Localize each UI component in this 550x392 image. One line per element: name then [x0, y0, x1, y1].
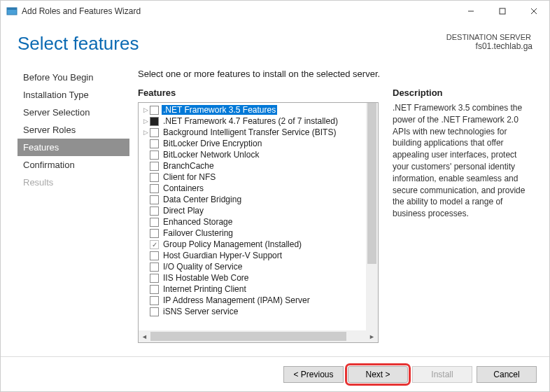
feature-label[interactable]: Client for NFS	[162, 172, 217, 182]
feature-item[interactable]: ▷.NET Framework 4.7 Features (2 of 7 ins…	[139, 115, 366, 127]
description-label: Description	[393, 88, 533, 98]
scroll-left-button[interactable]: ◄	[139, 330, 150, 342]
nav-item-confirmation[interactable]: Confirmation	[17, 156, 129, 174]
description-text: .NET Framework 3.5 combines the power of…	[393, 102, 533, 220]
feature-checkbox[interactable]	[150, 240, 159, 249]
nav-item-server-selection[interactable]: Server Selection	[17, 104, 129, 121]
feature-checkbox[interactable]	[150, 184, 159, 193]
feature-checkbox[interactable]	[150, 206, 159, 216]
feature-item[interactable]: Client for NFS	[139, 172, 366, 183]
destination-server: DESTINATION SERVER fs01.techlab.ga	[445, 33, 533, 51]
expand-icon[interactable]: ▷	[141, 106, 150, 113]
features-tree[interactable]: ▷.NET Framework 3.5 Features▷.NET Framew…	[138, 102, 379, 343]
feature-label[interactable]: I/O Quality of Service	[162, 262, 244, 272]
nav-item-server-roles[interactable]: Server Roles	[17, 121, 129, 139]
feature-checkbox[interactable]	[150, 150, 159, 160]
vertical-scrollbar[interactable]	[366, 103, 378, 330]
horizontal-scroll-thumb[interactable]	[150, 332, 346, 341]
feature-label[interactable]: Direct Play	[162, 206, 205, 216]
feature-item[interactable]: IIS Hostable Web Core	[139, 272, 366, 284]
feature-checkbox[interactable]	[150, 229, 159, 238]
features-label: Features	[138, 88, 379, 98]
feature-checkbox[interactable]	[150, 218, 159, 227]
feature-checkbox[interactable]	[150, 307, 159, 316]
svg-rect-1	[7, 8, 17, 10]
feature-item[interactable]: BitLocker Network Unlock	[139, 149, 366, 160]
feature-label[interactable]: IIS Hostable Web Core	[162, 273, 251, 283]
feature-label[interactable]: .NET Framework 3.5 Features	[162, 105, 277, 115]
feature-label[interactable]: Background Intelligent Transfer Service …	[162, 127, 337, 137]
feature-checkbox[interactable]	[150, 262, 159, 272]
feature-checkbox[interactable]	[150, 285, 159, 294]
feature-checkbox[interactable]	[150, 296, 159, 305]
next-button[interactable]: Next >	[348, 366, 408, 383]
feature-item[interactable]: Enhanced Storage	[139, 216, 366, 227]
feature-checkbox[interactable]	[150, 251, 159, 260]
window-title: Add Roles and Features Wizard	[22, 6, 141, 16]
scroll-right-button[interactable]: ►	[366, 330, 378, 342]
feature-checkbox[interactable]	[150, 173, 159, 182]
footer: < Previous Next > Install Cancel	[1, 356, 549, 391]
expand-icon[interactable]: ▷	[141, 129, 150, 136]
svg-rect-3	[500, 8, 505, 14]
feature-item[interactable]: ▷.NET Framework 3.5 Features	[139, 104, 366, 115]
feature-checkbox[interactable]	[150, 139, 159, 148]
feature-label[interactable]: IP Address Management (IPAM) Server	[162, 295, 311, 305]
feature-checkbox[interactable]	[150, 195, 159, 204]
feature-label[interactable]: BitLocker Drive Encryption	[162, 139, 263, 148]
feature-label[interactable]: Internet Printing Client	[162, 284, 248, 294]
instruction-text: Select one or more features to install o…	[138, 69, 533, 79]
expand-icon[interactable]: ▷	[141, 118, 150, 125]
feature-item[interactable]: Host Guardian Hyper-V Support	[139, 250, 366, 261]
feature-label[interactable]: .NET Framework 4.7 Features (2 of 7 inst…	[162, 116, 339, 126]
wizard-nav: Before You BeginInstallation TypeServer …	[17, 69, 129, 343]
feature-checkbox[interactable]	[150, 106, 159, 115]
feature-checkbox[interactable]	[150, 128, 159, 137]
minimize-button[interactable]	[455, 1, 486, 22]
maximize-button[interactable]	[486, 1, 518, 22]
previous-button[interactable]: < Previous	[283, 366, 344, 383]
feature-checkbox[interactable]	[150, 162, 159, 171]
feature-item[interactable]: I/O Quality of Service	[139, 261, 366, 272]
feature-label[interactable]: Host Guardian Hyper-V Support	[162, 251, 283, 260]
titlebar[interactable]: Add Roles and Features Wizard	[1, 1, 549, 22]
feature-item[interactable]: BranchCache	[139, 160, 366, 172]
cancel-button[interactable]: Cancel	[477, 366, 537, 383]
feature-item[interactable]: iSNS Server service	[139, 306, 366, 317]
feature-label[interactable]: Data Center Bridging	[162, 195, 243, 204]
close-button[interactable]	[518, 1, 549, 22]
feature-item[interactable]: BitLocker Drive Encryption	[139, 138, 366, 149]
feature-item[interactable]: Data Center Bridging	[139, 194, 366, 205]
feature-label[interactable]: Failover Clustering	[162, 228, 234, 238]
feature-label[interactable]: iSNS Server service	[162, 307, 239, 316]
nav-item-results: Results	[17, 174, 129, 191]
feature-checkbox[interactable]	[150, 274, 159, 283]
feature-label[interactable]: BranchCache	[162, 161, 216, 171]
nav-item-features[interactable]: Features	[17, 139, 129, 156]
feature-label[interactable]: Containers	[162, 183, 205, 193]
feature-item[interactable]: Group Policy Management (Installed)	[139, 239, 366, 250]
horizontal-scrollbar[interactable]: ◄ ►	[139, 330, 378, 342]
vertical-scroll-thumb[interactable]	[367, 103, 376, 264]
feature-label[interactable]: Enhanced Storage	[162, 217, 234, 227]
destination-label: DESTINATION SERVER	[445, 33, 533, 41]
feature-item[interactable]: Internet Printing Client	[139, 284, 366, 295]
feature-label[interactable]: BitLocker Network Unlock	[162, 150, 260, 160]
feature-item[interactable]: Direct Play	[139, 205, 366, 216]
feature-item[interactable]: Failover Clustering	[139, 227, 366, 239]
feature-item[interactable]: Containers	[139, 183, 366, 194]
feature-item[interactable]: ▷Background Intelligent Transfer Service…	[139, 127, 366, 138]
nav-item-installation-type[interactable]: Installation Type	[17, 86, 129, 104]
feature-checkbox[interactable]	[150, 117, 159, 126]
feature-item[interactable]: IP Address Management (IPAM) Server	[139, 295, 366, 306]
nav-item-before-you-begin[interactable]: Before You Begin	[17, 69, 129, 86]
destination-value: fs01.techlab.ga	[445, 41, 533, 51]
page-title: Select features	[17, 33, 139, 55]
app-icon	[6, 6, 17, 17]
install-button[interactable]: Install	[412, 366, 472, 383]
feature-label[interactable]: Group Policy Management (Installed)	[162, 239, 303, 249]
